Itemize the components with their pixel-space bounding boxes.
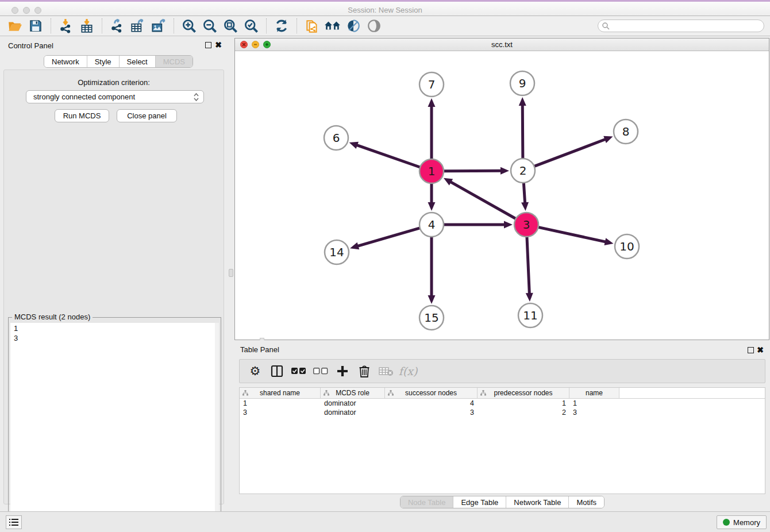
graph-node-label-9: 9: [519, 76, 526, 90]
import-table-icon[interactable]: [78, 18, 95, 34]
memory-button[interactable]: Memory: [717, 515, 767, 529]
graph-node-label-6: 6: [333, 131, 340, 145]
mcds-result-text[interactable]: 1 3: [10, 323, 216, 531]
tab-style[interactable]: Style: [87, 56, 120, 67]
attribute-icon: [324, 390, 329, 396]
attribute-icon: [480, 390, 486, 396]
close-panel-button[interactable]: Close panel: [117, 109, 177, 122]
zoom-selected-icon[interactable]: [242, 18, 260, 34]
table-cell: 3: [569, 408, 619, 417]
task-history-button[interactable]: [6, 515, 22, 529]
table-panel: Table Panel ✖ ⚙ f(x) shared name: [234, 340, 770, 511]
search-input[interactable]: [610, 22, 764, 30]
table-cell: 2: [478, 408, 569, 417]
splitter-grip[interactable]: [229, 269, 233, 277]
column-header-mcds-role[interactable]: MCDS role: [321, 388, 385, 398]
zoom-out-icon[interactable]: [201, 18, 218, 34]
node-table: shared name MCDS role successor nodes pr…: [239, 387, 765, 494]
arrowhead-2-9: [519, 97, 526, 106]
arrowhead-1-2: [500, 167, 509, 175]
function-builder-icon[interactable]: f(x): [401, 364, 415, 379]
toolbar-separator: [297, 18, 297, 33]
column-header-successor-nodes[interactable]: successor nodes: [385, 388, 478, 398]
control-panel-header: Control Panel ✖: [0, 38, 228, 53]
close-panel-icon[interactable]: ✖: [215, 40, 222, 49]
tab-select[interactable]: Select: [120, 56, 156, 67]
network-frame-titlebar[interactable]: scc.txt: [235, 38, 769, 51]
edge-1-6[interactable]: [356, 145, 419, 167]
arrowhead-4-14: [350, 242, 359, 249]
table-row[interactable]: 3dominator323: [240, 408, 765, 417]
main-toolbar: [0, 16, 770, 36]
search-field[interactable]: [598, 20, 764, 32]
criterion-dropdown[interactable]: strongly connected component: [26, 90, 204, 103]
network-canvas-svg[interactable]: 7968124314101511: [235, 51, 769, 340]
arrowhead-4-15: [428, 295, 436, 304]
tab-network-table[interactable]: Network Table: [506, 496, 569, 508]
graph-node-label-4: 4: [428, 218, 436, 232]
network-view-frame: scc.txt 7968124314101511: [234, 38, 769, 340]
delete-column-trash-icon[interactable]: [357, 364, 372, 379]
tab-node-table[interactable]: Node Table: [401, 496, 454, 508]
clone-network-icon[interactable]: [303, 18, 321, 34]
graphics-details-eye-icon[interactable]: [365, 18, 383, 34]
home-icon[interactable]: [324, 18, 341, 34]
edge-4-14[interactable]: [357, 228, 419, 246]
column-label: MCDS role: [336, 389, 369, 397]
attribute-icon: [242, 390, 248, 396]
import-network-icon[interactable]: [57, 18, 75, 34]
mcds-tab-content: Optimization criterion: strongly connect…: [3, 70, 224, 504]
tab-mcds[interactable]: MCDS: [156, 56, 192, 67]
table-cell: 3: [240, 408, 321, 417]
edge-3-10[interactable]: [538, 228, 606, 242]
tab-edge-table[interactable]: Edge Table: [453, 496, 506, 508]
table-row[interactable]: 1dominator411: [240, 399, 765, 408]
column-header-name[interactable]: name: [569, 388, 619, 398]
first-neighbors-icon[interactable]: [345, 18, 362, 34]
table-toolbar: ⚙ f(x): [239, 359, 765, 383]
add-column-icon[interactable]: [335, 364, 350, 379]
column-layout-icon[interactable]: [270, 364, 284, 379]
refresh-layout-icon[interactable]: [273, 18, 290, 34]
float-panel-icon[interactable]: [205, 42, 211, 48]
graph-node-label-15: 15: [424, 311, 438, 325]
node-table-body: 1dominator4113dominator323: [240, 399, 765, 417]
export-image-icon[interactable]: [150, 18, 167, 34]
table-settings-gear-icon[interactable]: ⚙: [248, 364, 263, 379]
edge-2-8[interactable]: [535, 139, 607, 166]
float-table-panel-icon[interactable]: [748, 347, 754, 353]
edge-3-11[interactable]: [527, 237, 529, 295]
open-session-icon[interactable]: [6, 18, 24, 34]
arrowhead-2-8: [603, 136, 613, 143]
dropdown-stepper-icon: [194, 93, 199, 101]
export-table-icon[interactable]: [129, 18, 147, 34]
edge-2-3[interactable]: [523, 183, 525, 204]
zoom-in-icon[interactable]: [180, 18, 198, 34]
edge-3-1[interactable]: [449, 182, 515, 219]
toolbar-separator: [102, 18, 102, 33]
optimization-criterion-label: Optimization criterion:: [4, 78, 224, 87]
column-label: shared name: [260, 389, 300, 397]
window-title: Session: New Session: [0, 6, 770, 14]
select-all-columns-icon[interactable]: [291, 364, 306, 379]
export-network-icon[interactable]: [109, 18, 126, 34]
delete-table-icon[interactable]: [379, 364, 394, 379]
memory-label: Memory: [733, 518, 760, 527]
table-panel-tabbar: Node Table Edge Table Network Table Moti…: [400, 496, 605, 508]
table-panel-title: Table Panel: [240, 345, 279, 354]
close-table-panel-icon[interactable]: ✖: [757, 345, 764, 354]
save-session-icon[interactable]: [27, 18, 44, 34]
deselect-all-columns-icon[interactable]: [313, 364, 328, 379]
column-header-predecessor-nodes[interactable]: predecessor nodes: [478, 388, 569, 398]
tab-motifs[interactable]: Motifs: [569, 496, 604, 508]
table-cell: 3: [385, 408, 478, 417]
edge-2-9[interactable]: [522, 104, 523, 158]
vertical-splitter[interactable]: [228, 36, 234, 511]
column-header-shared-name[interactable]: shared name: [240, 388, 321, 398]
edge-1-2[interactable]: [444, 171, 502, 171]
tab-network[interactable]: Network: [44, 56, 87, 67]
run-mcds-button[interactable]: Run MCDS: [55, 109, 109, 122]
result-scrollbar[interactable]: [215, 323, 219, 531]
table-cell: 1: [478, 399, 569, 408]
zoom-fit-icon[interactable]: [222, 18, 239, 34]
